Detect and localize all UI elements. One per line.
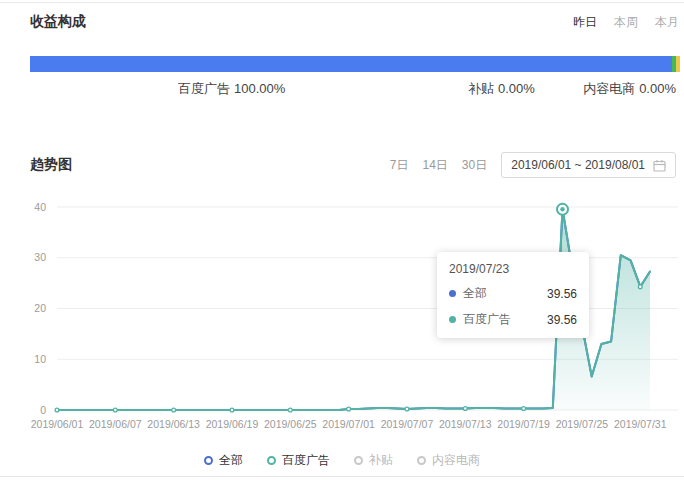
- svg-text:2019/06/19: 2019/06/19: [206, 418, 259, 430]
- legend-ring-baidu-ads: [267, 456, 276, 465]
- chart-tooltip: 2019/07/23 全部 39.56 百度广告 39.56: [437, 252, 589, 338]
- tooltip-label-baidu-ads: 百度广告: [463, 311, 547, 328]
- calendar-icon: [653, 159, 666, 172]
- svg-text:2019/06/07: 2019/06/07: [89, 418, 142, 430]
- trend-controls: 7日 14日 30日 2019/06/01 ~ 2019/08/01: [390, 152, 676, 178]
- label-ecommerce-percent: 0.00%: [639, 81, 676, 96]
- legend-label-ecommerce: 内容电商: [432, 452, 480, 469]
- chart-legend: 全部 百度广告 补贴 内容电商: [0, 452, 684, 469]
- legend-ring-subsidy: [354, 456, 363, 465]
- legend-item-all[interactable]: 全部: [204, 452, 243, 469]
- label-subsidy: 补贴0.00%: [468, 80, 535, 98]
- tooltip-date: 2019/07/23: [449, 262, 577, 276]
- tooltip-row-baidu-ads: 百度广告 39.56: [449, 311, 577, 328]
- panel-top-border: [0, 2, 684, 3]
- tooltip-row-all: 全部 39.56: [449, 285, 577, 302]
- label-subsidy-percent: 0.00%: [498, 81, 535, 96]
- svg-text:2019/07/01: 2019/07/01: [322, 418, 375, 430]
- revenue-labels-row: 百度广告100.00% 补贴0.00% 内容电商0.00%: [0, 80, 680, 96]
- bar-segment-baidu-ads[interactable]: [30, 56, 672, 72]
- svg-text:40: 40: [34, 201, 46, 213]
- tab-yesterday[interactable]: 昨日: [573, 14, 597, 31]
- svg-text:2019/07/19: 2019/07/19: [497, 418, 550, 430]
- trend-header: 趋势图 7日 14日 30日 2019/06/01 ~ 2019/08/01: [30, 152, 676, 178]
- label-ecommerce: 内容电商0.00%: [583, 80, 676, 98]
- revenue-title: 收益构成: [30, 13, 86, 31]
- svg-text:2019/06/01: 2019/06/01: [31, 418, 84, 430]
- range-button-30d[interactable]: 30日: [462, 157, 487, 174]
- svg-text:30: 30: [34, 251, 46, 263]
- svg-text:2019/07/07: 2019/07/07: [381, 418, 434, 430]
- range-button-14d[interactable]: 14日: [422, 157, 447, 174]
- tab-this-week[interactable]: 本周: [614, 14, 638, 31]
- bar-segment-ecommerce[interactable]: [676, 56, 680, 72]
- period-tabs: 昨日 本周 本月: [573, 14, 679, 31]
- svg-text:2019/07/31: 2019/07/31: [614, 418, 667, 430]
- legend-item-baidu-ads[interactable]: 百度广告: [267, 452, 330, 469]
- label-baidu-ads: 百度广告100.00%: [178, 80, 285, 98]
- tab-this-month[interactable]: 本月: [655, 14, 679, 31]
- label-ecommerce-name: 内容电商: [583, 81, 635, 96]
- legend-item-ecommerce[interactable]: 内容电商: [417, 452, 480, 469]
- legend-ring-ecommerce: [417, 456, 426, 465]
- revenue-header: 收益构成 昨日 本周 本月: [30, 13, 679, 31]
- svg-text:20: 20: [34, 302, 46, 314]
- legend-label-baidu-ads: 百度广告: [282, 452, 330, 469]
- legend-label-all: 全部: [219, 452, 243, 469]
- date-range-value: 2019/06/01 ~ 2019/08/01: [511, 158, 645, 172]
- range-button-7d[interactable]: 7日: [390, 157, 409, 174]
- label-subsidy-name: 补贴: [468, 81, 494, 96]
- svg-text:10: 10: [34, 353, 46, 365]
- tooltip-dot-all: [449, 290, 456, 297]
- legend-ring-all: [204, 456, 213, 465]
- tooltip-value-all: 39.56: [547, 287, 577, 301]
- svg-text:2019/06/25: 2019/06/25: [264, 418, 317, 430]
- date-range-picker[interactable]: 2019/06/01 ~ 2019/08/01: [501, 152, 676, 178]
- tooltip-dot-baidu-ads: [449, 316, 456, 323]
- tooltip-label-all: 全部: [463, 285, 547, 302]
- revenue-stacked-bar: [30, 56, 680, 72]
- label-baidu-ads-percent: 100.00%: [234, 81, 285, 96]
- svg-text:2019/06/13: 2019/06/13: [147, 418, 200, 430]
- svg-text:2019/07/13: 2019/07/13: [439, 418, 492, 430]
- label-baidu-ads-name: 百度广告: [178, 81, 230, 96]
- tooltip-value-baidu-ads: 39.56: [547, 313, 577, 327]
- legend-item-subsidy[interactable]: 补贴: [354, 452, 393, 469]
- trend-title: 趋势图: [30, 156, 72, 174]
- svg-text:2019/07/25: 2019/07/25: [556, 418, 609, 430]
- legend-label-subsidy: 补贴: [369, 452, 393, 469]
- revenue-dashboard: { "colors": { "bar-blue": "#4a7cf0", "ba…: [0, 0, 684, 482]
- bottom-divider: [0, 476, 684, 477]
- svg-text:0: 0: [40, 404, 46, 416]
